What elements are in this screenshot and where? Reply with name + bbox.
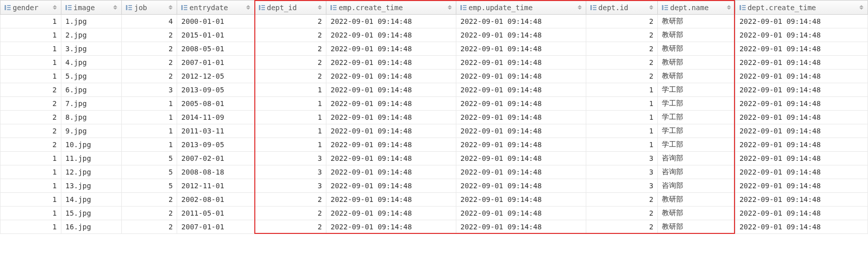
cell-dept_id2[interactable]: 1 (586, 83, 658, 97)
cell-job[interactable]: 4 (122, 15, 177, 28)
cell-entrydate[interactable]: 2012-11-01 (177, 179, 254, 193)
cell-emp_create_time[interactable]: 2022-09-01 09:14:48 (326, 152, 456, 165)
cell-dept_name[interactable]: 教研部 (658, 15, 735, 28)
cell-entrydate[interactable]: 2007-02-01 (177, 152, 254, 165)
table-row[interactable]: 115.jpg22011-05-0122022-09-01 09:14:4820… (1, 207, 868, 220)
cell-gender[interactable]: 1 (1, 207, 61, 220)
cell-dept_name[interactable]: 教研部 (658, 70, 735, 83)
cell-gender[interactable]: 2 (1, 97, 61, 111)
cell-dept_id2[interactable]: 1 (586, 124, 658, 138)
table-row[interactable]: 113.jpg52012-11-0132022-09-01 09:14:4820… (1, 179, 868, 193)
cell-emp_create_time[interactable]: 2022-09-01 09:14:48 (326, 220, 456, 234)
cell-dept_name[interactable]: 咨询部 (658, 179, 735, 193)
cell-job[interactable]: 3 (122, 83, 177, 97)
cell-dept_id[interactable]: 2 (254, 207, 326, 220)
cell-gender[interactable]: 1 (1, 220, 61, 234)
column-header-image[interactable]: image (61, 1, 122, 15)
cell-emp_update_time[interactable]: 2022-09-01 09:14:48 (456, 124, 586, 138)
cell-dept_name[interactable]: 教研部 (658, 207, 735, 220)
cell-entrydate[interactable]: 2008-05-01 (177, 42, 254, 56)
cell-dept_id[interactable]: 1 (254, 138, 326, 152)
table-row[interactable]: 114.jpg22002-08-0122022-09-01 09:14:4820… (1, 193, 868, 207)
cell-emp_create_time[interactable]: 2022-09-01 09:14:48 (326, 28, 456, 42)
cell-image[interactable]: 15.jpg (61, 207, 122, 220)
cell-gender[interactable]: 1 (1, 152, 61, 165)
cell-dept_name[interactable]: 学工部 (658, 97, 735, 111)
column-header-dept_id2[interactable]: dept.id (586, 1, 658, 15)
cell-dept_id2[interactable]: 2 (586, 15, 658, 28)
cell-dept_create_time[interactable]: 2022-09-01 09:14:48 (735, 179, 867, 193)
cell-dept_name[interactable]: 学工部 (658, 124, 735, 138)
table-row[interactable]: 29.jpg12011-03-1112022-09-01 09:14:48202… (1, 124, 868, 138)
cell-dept_id[interactable]: 1 (254, 124, 326, 138)
sort-icon[interactable] (649, 5, 653, 10)
table-row[interactable]: 27.jpg12005-08-0112022-09-01 09:14:48202… (1, 97, 868, 111)
cell-entrydate[interactable]: 2000-01-01 (177, 15, 254, 28)
sort-icon[interactable] (578, 5, 582, 10)
cell-job[interactable]: 1 (122, 124, 177, 138)
cell-image[interactable]: 6.jpg (61, 83, 122, 97)
cell-dept_create_time[interactable]: 2022-09-01 09:14:48 (735, 193, 867, 207)
cell-emp_create_time[interactable]: 2022-09-01 09:14:48 (326, 207, 456, 220)
cell-dept_name[interactable]: 教研部 (658, 193, 735, 207)
cell-dept_create_time[interactable]: 2022-09-01 09:14:48 (735, 111, 867, 124)
sort-icon[interactable] (318, 5, 322, 10)
cell-emp_update_time[interactable]: 2022-09-01 09:14:48 (456, 193, 586, 207)
cell-dept_create_time[interactable]: 2022-09-01 09:14:48 (735, 138, 867, 152)
cell-image[interactable]: 11.jpg (61, 152, 122, 165)
cell-emp_create_time[interactable]: 2022-09-01 09:14:48 (326, 138, 456, 152)
cell-emp_update_time[interactable]: 2022-09-01 09:14:48 (456, 97, 586, 111)
cell-gender[interactable]: 1 (1, 28, 61, 42)
table-row[interactable]: 11.jpg42000-01-0122022-09-01 09:14:48202… (1, 15, 868, 28)
cell-dept_id[interactable]: 2 (254, 193, 326, 207)
column-header-dept_name[interactable]: dept.name (658, 1, 735, 15)
cell-image[interactable]: 8.jpg (61, 111, 122, 124)
column-header-emp_update_time[interactable]: emp.update_time (456, 1, 586, 15)
cell-entrydate[interactable]: 2013-09-05 (177, 83, 254, 97)
cell-dept_create_time[interactable]: 2022-09-01 09:14:48 (735, 207, 867, 220)
cell-gender[interactable]: 1 (1, 56, 61, 70)
cell-dept_id[interactable]: 1 (254, 111, 326, 124)
column-header-gender[interactable]: gender (1, 1, 61, 15)
cell-dept_id[interactable]: 2 (254, 56, 326, 70)
cell-dept_id2[interactable]: 1 (586, 138, 658, 152)
cell-dept_name[interactable]: 教研部 (658, 42, 735, 56)
cell-image[interactable]: 12.jpg (61, 165, 122, 179)
cell-emp_update_time[interactable]: 2022-09-01 09:14:48 (456, 165, 586, 179)
cell-image[interactable]: 3.jpg (61, 42, 122, 56)
table-row[interactable]: 14.jpg22007-01-0122022-09-01 09:14:48202… (1, 56, 868, 70)
cell-job[interactable]: 2 (122, 193, 177, 207)
cell-dept_id2[interactable]: 2 (586, 193, 658, 207)
cell-dept_id2[interactable]: 2 (586, 42, 658, 56)
sort-icon[interactable] (246, 5, 250, 10)
cell-emp_create_time[interactable]: 2022-09-01 09:14:48 (326, 124, 456, 138)
column-header-dept_id[interactable]: dept_id (254, 1, 326, 15)
cell-image[interactable]: 14.jpg (61, 193, 122, 207)
cell-image[interactable]: 4.jpg (61, 56, 122, 70)
cell-dept_create_time[interactable]: 2022-09-01 09:14:48 (735, 124, 867, 138)
cell-emp_create_time[interactable]: 2022-09-01 09:14:48 (326, 83, 456, 97)
table-row[interactable]: 15.jpg22012-12-0522022-09-01 09:14:48202… (1, 70, 868, 83)
cell-entrydate[interactable]: 2012-12-05 (177, 70, 254, 83)
cell-emp_update_time[interactable]: 2022-09-01 09:14:48 (456, 152, 586, 165)
cell-emp_create_time[interactable]: 2022-09-01 09:14:48 (326, 97, 456, 111)
table-row[interactable]: 210.jpg12013-09-0512022-09-01 09:14:4820… (1, 138, 868, 152)
cell-emp_create_time[interactable]: 2022-09-01 09:14:48 (326, 15, 456, 28)
cell-dept_id2[interactable]: 3 (586, 179, 658, 193)
cell-dept_id[interactable]: 3 (254, 165, 326, 179)
cell-image[interactable]: 13.jpg (61, 179, 122, 193)
cell-job[interactable]: 1 (122, 138, 177, 152)
cell-dept_name[interactable]: 学工部 (658, 83, 735, 97)
cell-job[interactable]: 2 (122, 28, 177, 42)
cell-dept_id2[interactable]: 2 (586, 220, 658, 234)
cell-dept_create_time[interactable]: 2022-09-01 09:14:48 (735, 165, 867, 179)
cell-emp_create_time[interactable]: 2022-09-01 09:14:48 (326, 193, 456, 207)
cell-gender[interactable]: 1 (1, 165, 61, 179)
cell-dept_id2[interactable]: 2 (586, 207, 658, 220)
cell-entrydate[interactable]: 2005-08-01 (177, 97, 254, 111)
column-header-job[interactable]: job (122, 1, 177, 15)
cell-dept_create_time[interactable]: 2022-09-01 09:14:48 (735, 28, 867, 42)
cell-dept_create_time[interactable]: 2022-09-01 09:14:48 (735, 220, 867, 234)
cell-dept_id[interactable]: 3 (254, 152, 326, 165)
cell-image[interactable]: 2.jpg (61, 28, 122, 42)
